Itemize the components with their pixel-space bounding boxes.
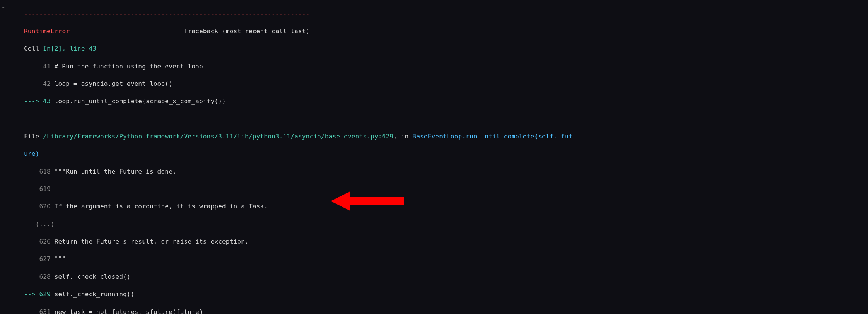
line-number: 618 xyxy=(24,168,55,175)
code-line: # Run the function using the event loop xyxy=(55,63,203,70)
file-path: /Library/Frameworks/Python.framework/Ver… xyxy=(43,133,393,140)
error-type-header: RuntimeError xyxy=(24,27,70,35)
line-number: 620 xyxy=(24,203,55,210)
code-line: Return the Future's result, or raise its… xyxy=(55,238,249,245)
traceback-output: ----------------------------------------… xyxy=(24,1,572,314)
code-line: self._check_running() xyxy=(55,290,135,298)
code-line: self._check_closed() xyxy=(55,273,131,280)
line-number: 626 xyxy=(24,238,55,245)
cell-label: Cell xyxy=(24,45,43,52)
line-number: 42 xyxy=(24,80,55,87)
code-line: If the argument is a coroutine, it is wr… xyxy=(55,203,268,210)
code-line: new_task = not futures.isfuture(future) xyxy=(55,308,203,314)
code-line: loop = asyncio.get_event_loop() xyxy=(55,80,173,87)
line-number: 631 xyxy=(24,308,55,314)
code-line: """ xyxy=(55,255,66,263)
svg-marker-0 xyxy=(331,191,404,211)
current-frame-arrow: --> 629 xyxy=(24,290,55,298)
code-line: loop.run_until_complete(scrape_x_com_api… xyxy=(55,97,226,105)
output-ellipsis: … xyxy=(2,2,6,10)
line-number: 619 xyxy=(24,185,55,193)
annotation-arrow-icon xyxy=(331,189,404,213)
function-args: (self, fut xyxy=(534,133,572,140)
cell-reference: In[2], line 43 xyxy=(43,45,96,52)
traceback-label: Traceback (most recent call last) xyxy=(70,27,309,35)
current-frame-arrow: ---> 43 xyxy=(24,97,55,105)
line-number: 627 xyxy=(24,255,55,263)
traceback-separator: ----------------------------------------… xyxy=(24,10,309,17)
line-number: 628 xyxy=(24,273,55,280)
code-line: """Run until the Future is done. xyxy=(55,168,176,175)
in-label: , in xyxy=(393,133,412,140)
code-ellipsis: (...) xyxy=(24,220,55,228)
function-args-cont: ure) xyxy=(24,150,39,157)
function-name: BaseEventLoop.run_until_complete xyxy=(412,133,534,140)
file-label: File xyxy=(24,133,43,140)
line-number: 41 xyxy=(24,63,55,70)
